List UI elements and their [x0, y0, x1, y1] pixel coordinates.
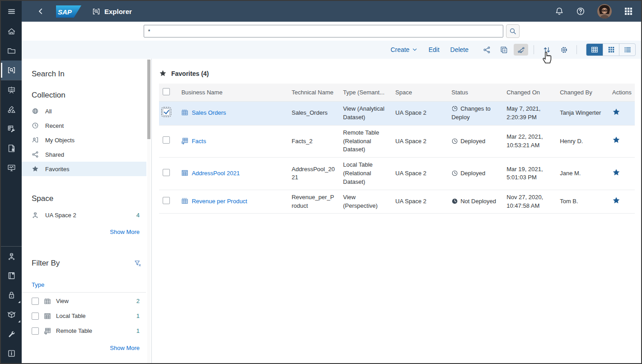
- row-checkbox[interactable]: [163, 136, 170, 144]
- remote-table-checkbox[interactable]: [32, 327, 39, 335]
- monitor-icon[interactable]: [1, 158, 22, 177]
- table-row[interactable]: Sales Orders Sales_Orders View (Analytic…: [159, 102, 635, 126]
- table-view-icon[interactable]: [586, 44, 603, 56]
- space-cell: UA Space 2: [392, 190, 448, 214]
- clear-filter-icon[interactable]: [134, 260, 141, 267]
- data-access-icon[interactable]: [1, 119, 22, 139]
- tile-view-icon[interactable]: [603, 44, 619, 56]
- table-row[interactable]: AddressPool 2021 AddressPool_2021 Local …: [159, 158, 635, 190]
- repository-icon[interactable]: [1, 41, 22, 61]
- content-network-icon[interactable]: [1, 266, 22, 285]
- row-checkbox[interactable]: [163, 197, 170, 204]
- collection-item-my-objects[interactable]: My Objects: [32, 133, 151, 147]
- collection-item-shared[interactable]: Shared: [32, 147, 151, 162]
- type-filter-title[interactable]: Type: [32, 281, 151, 288]
- type-filter-remote-table[interactable]: Remote Table 1: [32, 323, 151, 338]
- select-all-header[interactable]: [159, 84, 178, 102]
- favorite-star-icon[interactable]: [612, 108, 620, 116]
- object-name-link[interactable]: AddressPool 2021: [192, 170, 239, 177]
- collection-item-all[interactable]: All: [32, 104, 151, 118]
- panel-scrollbar[interactable]: [147, 59, 150, 363]
- changed-on-cell: Mar 19, 2021, 5:01:03 PM: [503, 158, 556, 190]
- shell-header: SAP Explorer: [22, 1, 641, 22]
- help-icon[interactable]: [576, 7, 585, 16]
- object-name-link[interactable]: Revenue per Product: [192, 198, 247, 205]
- column-business-name[interactable]: Business Name: [178, 84, 288, 102]
- collection-item-recent[interactable]: Recent: [32, 118, 151, 133]
- column-changed-on[interactable]: Changed On: [503, 84, 556, 102]
- user-avatar[interactable]: [597, 4, 612, 19]
- back-button[interactable]: [34, 7, 47, 15]
- star-icon: [159, 70, 167, 77]
- app-finder-grid-icon[interactable]: [624, 7, 633, 16]
- column-status[interactable]: Status: [448, 84, 503, 102]
- sap-logo[interactable]: SAP: [56, 5, 81, 18]
- space-item[interactable]: UA Space 2 4: [32, 208, 151, 222]
- search-button[interactable]: [506, 24, 520, 38]
- type-cell: View (Perspective): [339, 190, 392, 214]
- space-cell: UA Space 2: [392, 125, 448, 158]
- column-changed-by[interactable]: Changed By: [556, 84, 609, 102]
- notifications-bell-icon[interactable]: [555, 7, 564, 16]
- home-icon[interactable]: [1, 22, 22, 41]
- collection-item-favorites[interactable]: Favorites: [22, 162, 146, 176]
- view-toggle-group: [586, 43, 636, 56]
- transport-icon[interactable]: [1, 305, 22, 324]
- navigation-rail: [1, 1, 22, 363]
- search-input[interactable]: [144, 25, 503, 37]
- select-all-checkbox[interactable]: [163, 88, 170, 95]
- menu-icon[interactable]: [1, 1, 22, 22]
- connections-icon[interactable]: [1, 247, 22, 266]
- technical-name-cell: AddressPool_2021: [288, 158, 339, 190]
- view-icon: [44, 298, 51, 305]
- list-view-icon[interactable]: [619, 44, 635, 56]
- favorite-star-icon[interactable]: [612, 136, 620, 144]
- share-icon[interactable]: [479, 44, 494, 56]
- column-technical-name[interactable]: Technical Name: [288, 84, 339, 102]
- object-type-icon: [181, 137, 188, 145]
- column-space[interactable]: Space: [392, 84, 448, 102]
- panel-scrollbar-thumb[interactable]: [147, 60, 150, 139]
- column-type[interactable]: Type (Semant...: [339, 84, 392, 102]
- favorite-star-icon[interactable]: [612, 168, 620, 177]
- create-button[interactable]: Create: [390, 46, 417, 53]
- object-name-link[interactable]: Facts: [192, 138, 206, 145]
- type-filter-view[interactable]: View 2: [32, 294, 151, 308]
- panel-divider: [22, 292, 146, 293]
- space-show-more-link[interactable]: Show More: [32, 229, 140, 235]
- data-privacy-icon[interactable]: [1, 139, 22, 158]
- chevron-down-icon: [412, 47, 417, 52]
- remote-table-icon: [44, 327, 51, 335]
- data-builder-icon[interactable]: [1, 100, 22, 119]
- type-show-more-link[interactable]: Show More: [32, 345, 140, 351]
- explorer-icon[interactable]: [1, 61, 22, 80]
- about-icon[interactable]: [1, 344, 22, 363]
- row-checkbox[interactable]: [163, 169, 170, 176]
- tools-icon[interactable]: [1, 324, 22, 344]
- collection-list: All Recent My Objects Shared: [32, 104, 151, 176]
- edit-button[interactable]: Edit: [428, 46, 439, 53]
- star-icon: [32, 165, 39, 173]
- column-actions[interactable]: Actions: [609, 84, 635, 102]
- type-cell: Remote Table (Relational Dataset): [339, 125, 392, 158]
- favorite-star-icon[interactable]: [612, 196, 620, 205]
- view-checkbox[interactable]: [32, 298, 39, 305]
- impact-lineage-icon[interactable]: [514, 44, 528, 56]
- type-filter-local-table[interactable]: Local Table 1: [32, 308, 151, 323]
- copy-icon[interactable]: [497, 44, 511, 56]
- delete-button[interactable]: Delete: [450, 46, 469, 53]
- object-name-link[interactable]: Sales Orders: [192, 109, 226, 116]
- security-icon[interactable]: [1, 285, 22, 305]
- business-builder-icon[interactable]: [1, 80, 22, 100]
- local-table-checkbox[interactable]: [32, 313, 39, 320]
- row-checkbox[interactable]: [163, 108, 170, 116]
- sort-icon[interactable]: [539, 44, 554, 56]
- table-row[interactable]: Revenue per Product Revenue_per_Product …: [159, 190, 635, 214]
- object-type-icon: [181, 197, 188, 205]
- status-icon: [451, 138, 458, 145]
- status-cell: Deployed: [448, 158, 503, 190]
- table-header-row: Business Name Technical Name Type (Seman…: [159, 84, 635, 102]
- table-row[interactable]: Facts Facts_2 Remote Table (Relational D…: [159, 125, 635, 158]
- settings-gear-icon[interactable]: [557, 44, 571, 56]
- status-icon: [451, 105, 458, 112]
